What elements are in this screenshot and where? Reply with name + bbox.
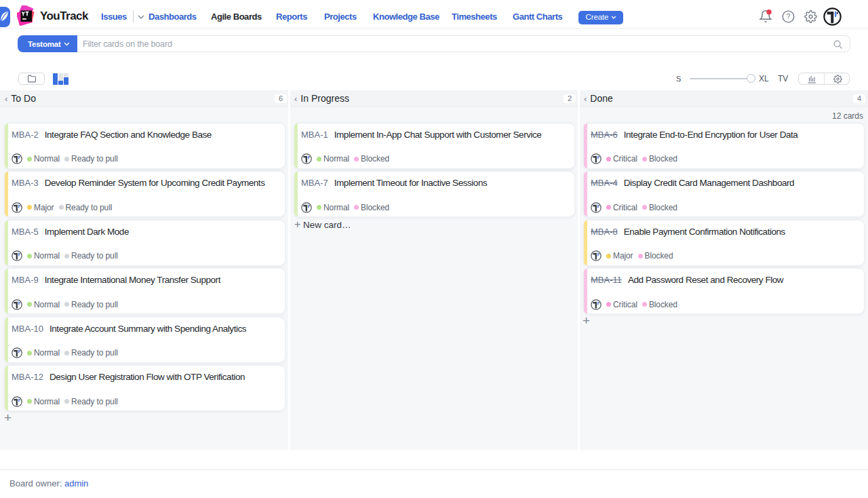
svg-text:?: ? <box>786 13 790 20</box>
